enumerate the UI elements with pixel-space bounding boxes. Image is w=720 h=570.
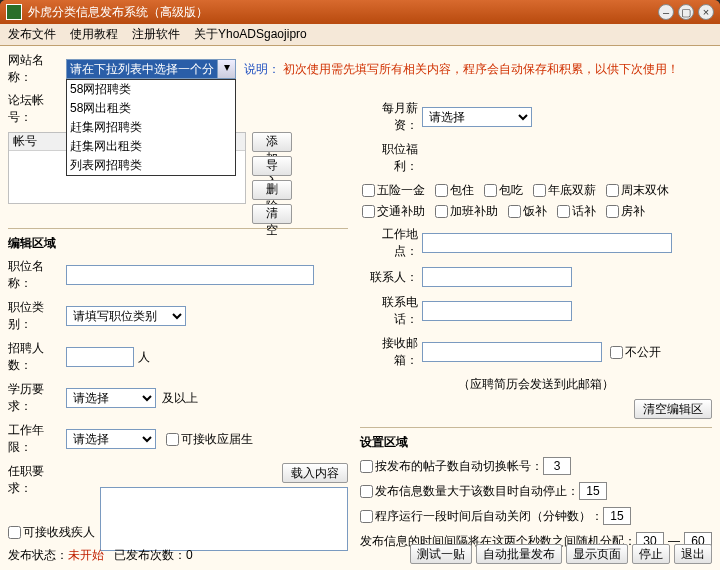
salary-select[interactable]: 请选择 xyxy=(422,107,532,127)
settings-section-title: 设置区域 xyxy=(360,434,712,451)
publish-count: 0 xyxy=(186,548,193,562)
window-title: 外虎分类信息发布系统（高级版） xyxy=(28,4,654,21)
welfare-checkbox[interactable] xyxy=(435,184,448,197)
hirenum-label: 招聘人数： xyxy=(8,340,66,374)
setting2-value[interactable]: 15 xyxy=(579,482,607,500)
dropdown-option[interactable]: 赶集网出租类 xyxy=(67,137,235,156)
setting3-value[interactable]: 15 xyxy=(603,507,631,525)
edit-section-title: 编辑区域 xyxy=(8,235,348,252)
location-label: 工作地点： xyxy=(360,226,422,260)
dropdown-option[interactable]: 58网招聘类 xyxy=(67,80,235,99)
salary-label: 每月薪资： xyxy=(360,100,422,134)
app-icon xyxy=(6,4,22,20)
dropdown-option[interactable]: 列表网招聘类 xyxy=(67,156,235,175)
close-button[interactable]: × xyxy=(698,4,714,20)
contact-input[interactable] xyxy=(422,267,572,287)
phone-label: 联系电话： xyxy=(360,294,422,328)
exp-select[interactable]: 请选择 xyxy=(66,429,156,449)
add-button[interactable]: 添加 xyxy=(252,132,292,152)
test-button[interactable]: 测试一贴 xyxy=(410,544,472,564)
batch-button[interactable]: 自动批量发布 xyxy=(476,544,562,564)
edu-label: 学历要求： xyxy=(8,381,66,415)
contact-label: 联系人： xyxy=(360,269,422,286)
edu-select[interactable]: 请选择 xyxy=(66,388,156,408)
welfare-group: 五险一金包住包吃年底双薪周末双休交通补助加班补助饭补话补房补 xyxy=(360,182,712,220)
disabled-checkbox[interactable] xyxy=(8,526,21,539)
site-label: 网站名称： xyxy=(8,52,66,86)
setting1-checkbox[interactable] xyxy=(360,460,373,473)
showpage-button[interactable]: 显示页面 xyxy=(566,544,628,564)
delete-button[interactable]: 删除 xyxy=(252,180,292,200)
welfare-checkbox[interactable] xyxy=(362,184,375,197)
site-dropdown-value: 请在下拉列表中选择一个分类 xyxy=(67,60,217,78)
clear-button[interactable]: 清空 xyxy=(252,204,292,224)
exp-label: 工作年限： xyxy=(8,422,66,456)
setting1-value[interactable]: 3 xyxy=(543,457,571,475)
menu-tutorial[interactable]: 使用教程 xyxy=(70,26,118,43)
fresh-grad-checkbox[interactable] xyxy=(166,433,179,446)
setting2-checkbox[interactable] xyxy=(360,485,373,498)
menu-bar: 发布文件 使用教程 注册软件 关于YhoADSgaojipro xyxy=(0,24,720,46)
menu-about[interactable]: 关于YhoADSgaojipro xyxy=(194,26,307,43)
status-value: 未开始 xyxy=(68,548,104,562)
welfare-checkbox[interactable] xyxy=(435,205,448,218)
chevron-down-icon: ▾ xyxy=(217,60,235,78)
jobcat-select[interactable]: 请填写职位类别 xyxy=(66,306,186,326)
hirenum-input[interactable] xyxy=(66,347,134,367)
import-button[interactable]: 导入 xyxy=(252,156,292,176)
email-note: （应聘简历会发送到此邮箱） xyxy=(360,376,712,393)
req-label: 任职要求： xyxy=(8,463,66,497)
jobcat-label: 职位类别： xyxy=(8,299,66,333)
welfare-checkbox[interactable] xyxy=(606,205,619,218)
forum-label: 论坛帐号： xyxy=(8,92,66,126)
setting3-checkbox[interactable] xyxy=(360,510,373,523)
title-bar: 外虎分类信息发布系统（高级版） – ▢ × xyxy=(0,0,720,24)
minimize-button[interactable]: – xyxy=(658,4,674,20)
site-dropdown-list[interactable]: 58网招聘类58网出租类赶集网招聘类赶集网出租类列表网招聘类 xyxy=(66,79,236,176)
jobname-label: 职位名称： xyxy=(8,258,66,292)
maximize-button[interactable]: ▢ xyxy=(678,4,694,20)
menu-register[interactable]: 注册软件 xyxy=(132,26,180,43)
welfare-checkbox[interactable] xyxy=(557,205,570,218)
welfare-checkbox[interactable] xyxy=(362,205,375,218)
welfare-checkbox[interactable] xyxy=(508,205,521,218)
welfare-checkbox[interactable] xyxy=(606,184,619,197)
exit-button[interactable]: 退出 xyxy=(674,544,712,564)
dropdown-option[interactable]: 58网出租类 xyxy=(67,99,235,118)
menu-file[interactable]: 发布文件 xyxy=(8,26,56,43)
load-content-button[interactable]: 载入内容 xyxy=(282,463,348,483)
stop-button[interactable]: 停止 xyxy=(632,544,670,564)
email-input[interactable] xyxy=(422,342,602,362)
welfare-label: 职位福利： xyxy=(360,141,422,175)
phone-input[interactable] xyxy=(422,301,572,321)
location-input[interactable] xyxy=(422,233,672,253)
email-private-checkbox[interactable] xyxy=(610,346,623,359)
usage-note: 说明： 初次使用需先填写所有相关内容，程序会自动保存和积累，以供下次使用！ xyxy=(244,61,679,78)
welfare-checkbox[interactable] xyxy=(533,184,546,197)
welfare-checkbox[interactable] xyxy=(484,184,497,197)
clear-edit-button[interactable]: 清空编辑区 xyxy=(634,399,712,419)
dropdown-option[interactable]: 赶集网招聘类 xyxy=(67,118,235,137)
email-label: 接收邮箱： xyxy=(360,335,422,369)
jobname-input[interactable] xyxy=(66,265,314,285)
site-dropdown[interactable]: 请在下拉列表中选择一个分类 ▾ 58网招聘类58网出租类赶集网招聘类赶集网出租类… xyxy=(66,59,236,79)
